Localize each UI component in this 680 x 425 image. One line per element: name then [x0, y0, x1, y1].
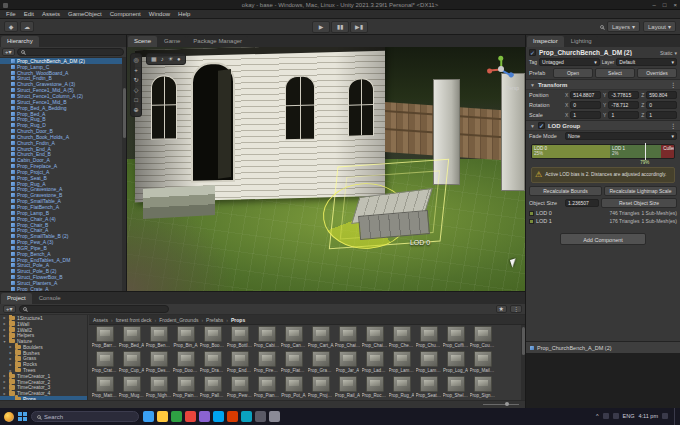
asset-item[interactable]: Prop_Coffin_A [442, 326, 469, 351]
asset-item[interactable]: Prop_ChurchBench_A [415, 326, 442, 351]
tab-game[interactable]: Game [158, 36, 186, 47]
breadcrumb-item-prefabs[interactable]: Prefabs [206, 317, 223, 323]
asset-item[interactable]: Prop_Barrel_A [91, 326, 118, 351]
menu-item-help[interactable]: Help [174, 11, 194, 17]
menu-item-edit[interactable]: Edit [20, 11, 38, 17]
scene-tool-icon[interactable]: ◎ [133, 56, 138, 64]
orientation-gizmo[interactable] [487, 55, 515, 83]
asset-item[interactable]: Prop_Drawer_A [199, 351, 226, 376]
notification-icon[interactable] [662, 413, 668, 419]
transform-component-header[interactable]: ▼ Transform ⋮ [526, 79, 680, 90]
taskbar-app-icon[interactable] [255, 411, 266, 422]
lod-segment-culled[interactable]: Culled [661, 145, 674, 158]
taskbar-search[interactable]: Search [31, 411, 139, 422]
search-icon[interactable] [600, 25, 604, 29]
transform-field[interactable]: 1 [608, 111, 639, 119]
folder-arrow-icon[interactable]: ▸ [2, 379, 7, 384]
taskbar-app-icon[interactable] [241, 411, 252, 422]
minimize-button[interactable]: – [653, 2, 656, 8]
asset-item[interactable]: Prop_Rug_A [388, 376, 415, 400]
breadcrumb-item-props[interactable]: Props [231, 317, 245, 323]
scene-view-option-icon[interactable]: ● [177, 55, 181, 63]
transform-field[interactable]: 1 [646, 111, 677, 119]
toolbar-icon-button[interactable]: ◆ [4, 21, 18, 32]
breadcrumb-item-assets[interactable]: Assets [93, 317, 108, 323]
asset-item[interactable]: Prop_Lamp_A [388, 351, 415, 376]
asset-item[interactable]: Prop_Ladder_A [361, 351, 388, 376]
asset-item[interactable]: Prop_FlatBench_A [280, 351, 307, 376]
scene-tool-icon[interactable]: ◇ [134, 86, 139, 94]
folder-arrow-icon[interactable]: ▸ [8, 344, 13, 349]
asset-item[interactable]: Prop_Seat_A [415, 376, 442, 400]
folder-arrow-icon[interactable]: ▸ [2, 321, 7, 326]
asset-item[interactable]: Prop_Gravestone_A [307, 351, 334, 376]
layers-dropdown[interactable]: Layers ▾ [607, 21, 640, 32]
scene-tool-icon[interactable]: □ [134, 96, 138, 104]
asset-item[interactable]: Prop_Bench_A [145, 326, 172, 351]
asset-item[interactable]: Prop_Candle_A [280, 326, 307, 351]
prefab-select-button[interactable]: Select [595, 68, 635, 78]
asset-item[interactable]: Prop_Bottle_A [226, 326, 253, 351]
close-button[interactable]: × [673, 2, 677, 8]
thumbnail-zoom-slider[interactable] [483, 404, 519, 405]
prefab-overrides-button[interactable]: Overrides [637, 68, 677, 78]
language-indicator[interactable]: ENG [623, 413, 635, 419]
transform-field[interactable]: -3.77815 [608, 91, 639, 99]
folder-arrow-icon[interactable]: ▸ [2, 391, 7, 396]
maximize-button[interactable]: □ [663, 2, 667, 8]
asset-item[interactable]: Prop_Rail_A [334, 376, 361, 400]
add-object-button[interactable]: +▾ [2, 48, 15, 56]
asset-item[interactable]: Prop_Lamp_B [415, 351, 442, 376]
folder-arrow-icon[interactable]: ▸ [2, 385, 7, 390]
asset-item[interactable]: Prop_Projct_A [307, 376, 334, 400]
taskbar-app-icon[interactable] [171, 411, 182, 422]
clock[interactable]: 4:11 pm [639, 413, 658, 419]
asset-item[interactable]: Prop_Sign_A [469, 376, 496, 400]
asset-item[interactable]: Prop_Bin_A [172, 326, 199, 351]
asset-item[interactable]: Prop_Painting_A [172, 376, 199, 400]
tab-console[interactable]: Console [33, 293, 67, 304]
asset-item[interactable]: Prop_Pot_A [280, 376, 307, 400]
favorites-button[interactable]: ★ [496, 305, 507, 313]
asset-item[interactable]: Prop_Chair_B [361, 326, 388, 351]
perspective-label[interactable]: Persp [506, 85, 519, 91]
asset-item[interactable]: Prop_Counter_A [469, 326, 496, 351]
recalculate-lightmap-scale-button[interactable]: Recalculate Lightmap Scale [604, 186, 677, 196]
preview-header[interactable]: Prop_ChurchBench_A_DM (2) [526, 341, 680, 353]
taskbar-app-icon[interactable] [199, 411, 210, 422]
asset-item[interactable]: Prop_Jar_A [334, 351, 361, 376]
add-component-button[interactable]: Add Component [560, 233, 646, 245]
hierarchy-scrollbar[interactable] [122, 58, 126, 291]
foldout-icon[interactable]: ▼ [530, 123, 535, 129]
scene-tool-icon[interactable]: ⊕ [133, 106, 138, 114]
object-size-field[interactable]: 1.236507 [565, 199, 599, 207]
tab-project[interactable]: Project [1, 293, 32, 304]
folder-arrow-icon[interactable]: ▸ [2, 333, 7, 338]
prefab-open-button[interactable]: Open [553, 68, 593, 78]
tab-lighting[interactable]: Lighting [565, 36, 598, 47]
tag-dropdown[interactable]: Untagged▾ [539, 58, 600, 66]
breadcrumb-item-frodent-grounds[interactable]: Frodent_Grounds [159, 317, 198, 323]
tab-hierarchy[interactable]: Hierarchy [1, 36, 39, 47]
asset-item[interactable]: Prop_Book_A [199, 326, 226, 351]
tab-scene[interactable]: Scene [128, 36, 157, 47]
slider-knob[interactable] [505, 402, 509, 406]
asset-item[interactable]: Prop_Fireplace_A [253, 351, 280, 376]
toolbar-icon-button[interactable]: ☁ [20, 21, 34, 32]
menu-item-component[interactable]: Component [106, 11, 145, 17]
static-dropdown[interactable]: Static ▾ [660, 50, 677, 56]
menu-item-assets[interactable]: Assets [38, 11, 64, 17]
asset-item[interactable]: Prop_Cart_A [307, 326, 334, 351]
asset-item[interactable]: Prop_Piano_A [253, 376, 280, 400]
transform-field[interactable]: 0 [646, 101, 677, 109]
layout-dropdown[interactable]: Layout ▾ [643, 21, 676, 32]
volume-icon[interactable] [613, 413, 619, 419]
transform-field[interactable]: 0 [570, 101, 601, 109]
taskbar-app-icon[interactable] [143, 411, 154, 422]
menu-item-window[interactable]: Window [145, 11, 174, 17]
asset-item[interactable]: Prop_Rock_A [361, 376, 388, 400]
pause-button[interactable]: ▮▮ [331, 21, 349, 33]
asset-item[interactable]: Prop_Cup_A [118, 351, 145, 376]
scene-view-option-icon[interactable]: ♪ [161, 55, 164, 63]
show-desktop-button[interactable] [674, 408, 676, 425]
